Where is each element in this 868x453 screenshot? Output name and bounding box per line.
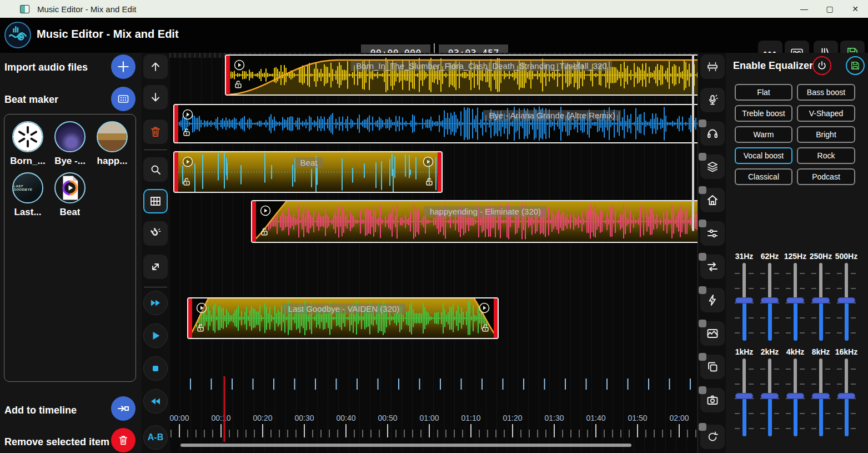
eq-slider-thumb[interactable] <box>786 297 804 303</box>
svg-text:02:00: 02:00 <box>669 414 689 422</box>
filters-button[interactable] <box>700 221 725 246</box>
save-preset-button[interactable] <box>846 56 865 75</box>
expand-button[interactable] <box>143 255 168 279</box>
wave-image-button[interactable] <box>700 321 725 346</box>
eq-slider-125hz[interactable] <box>784 263 806 341</box>
clip-lock-open-icon[interactable] <box>233 79 243 89</box>
timeline-area[interactable]: Born_In_The_Slumber_Flora_Cash_Death_Str… <box>169 53 698 453</box>
duplicate-button[interactable] <box>700 355 725 379</box>
preset-warm[interactable]: Warm <box>735 126 792 143</box>
fast-forward-button[interactable] <box>143 291 168 315</box>
eq-slider-thumb[interactable] <box>735 297 753 303</box>
eq-slider-2khz[interactable] <box>759 359 781 436</box>
clip-play-icon[interactable] <box>478 301 491 315</box>
refresh-button[interactable] <box>700 425 725 449</box>
home-button[interactable] <box>700 188 725 212</box>
clip-lock-open-icon[interactable] <box>480 323 490 333</box>
clip-right-handle[interactable] <box>494 298 498 338</box>
clip-left-handle[interactable] <box>174 105 178 142</box>
clip-left-handle[interactable] <box>226 56 230 94</box>
stop-button[interactable] <box>143 356 168 381</box>
play-button[interactable] <box>143 323 168 348</box>
add-to-timeline-button[interactable] <box>111 396 136 421</box>
eq-slider-thumb[interactable] <box>761 297 779 303</box>
close-button[interactable]: ✕ <box>842 0 868 18</box>
move-down-button[interactable] <box>143 85 168 109</box>
move-up-button[interactable] <box>143 54 168 79</box>
clip-left-handle[interactable] <box>188 298 192 338</box>
preset-podcast[interactable]: Podcast <box>797 168 855 185</box>
audio-clip[interactable]: happyending - Eliminate (320) <box>251 200 698 243</box>
preset-treble-boost[interactable]: Treble boost <box>735 105 792 122</box>
search-button[interactable] <box>143 157 168 182</box>
rewind-button[interactable] <box>143 389 168 414</box>
audio-list-item[interactable]: Born_... <box>7 121 49 167</box>
clip-left-handle[interactable] <box>252 201 256 242</box>
headphones-button[interactable] <box>700 121 725 146</box>
import-audio-button[interactable] <box>111 54 136 79</box>
clip-play-icon[interactable] <box>195 301 208 315</box>
maximize-button[interactable]: ▢ <box>817 0 842 18</box>
preset-bright[interactable]: Bright <box>797 126 855 143</box>
eq-slider-250hz[interactable] <box>810 263 832 341</box>
clip-play-icon[interactable] <box>233 58 246 72</box>
audio-list-item[interactable]: LAST GOODBYELast... <box>7 172 49 218</box>
camera-rotate-button[interactable] <box>700 388 725 412</box>
clip-lock-open-icon[interactable] <box>182 127 192 137</box>
horizontal-scrollbar[interactable] <box>180 444 631 447</box>
clip-lock-open-icon[interactable] <box>182 177 192 187</box>
timeline-ruler[interactable]: 00:0000:1000:2000:3000:4000:5001:0001:10… <box>169 375 698 445</box>
trim-button[interactable] <box>700 54 725 79</box>
preset-bass-boost[interactable]: Bass boost <box>797 84 855 101</box>
remove-selected-label: Remove selected item <box>4 436 109 448</box>
audio-clip[interactable]: Born_In_The_Slumber_Flora_Cash_Death_Str… <box>225 54 698 96</box>
eq-slider-thumb[interactable] <box>735 393 753 399</box>
preset-classical[interactable]: Classical <box>735 168 792 185</box>
preset-vocal-boost[interactable]: Vocal boost <box>735 147 792 164</box>
audio-clip[interactable]: Bye - Ariana Grande (Altre Remix) <box>173 104 698 143</box>
clip-play-icon[interactable] <box>181 155 194 168</box>
eq-slider-thumb[interactable] <box>837 393 855 399</box>
delete-button[interactable] <box>143 120 168 144</box>
clip-play-icon[interactable] <box>259 204 272 217</box>
eq-slider-thumb[interactable] <box>812 393 830 399</box>
equalizer-power-button[interactable] <box>812 56 831 75</box>
minimize-button[interactable]: — <box>791 0 817 18</box>
eq-slider-thumb[interactable] <box>786 393 804 399</box>
vertical-scrollbar[interactable] <box>692 54 694 231</box>
clip-lock-open-icon[interactable] <box>259 227 269 237</box>
beat-maker-button[interactable] <box>111 87 136 111</box>
audio-clip[interactable]: Beat <box>173 151 443 193</box>
eq-slider-16khz[interactable] <box>835 359 857 436</box>
preset-rock[interactable]: Rock <box>797 147 855 164</box>
grid-button[interactable] <box>143 189 168 213</box>
ab-loop-button[interactable]: A-B <box>143 425 168 450</box>
layers-button[interactable] <box>700 155 725 179</box>
eq-slider-thumb[interactable] <box>812 297 830 303</box>
flash-button[interactable] <box>700 288 725 312</box>
clip-play-icon[interactable] <box>181 108 194 121</box>
swap-button[interactable] <box>700 255 725 279</box>
eq-slider-62hz[interactable] <box>759 263 781 341</box>
audio-list-item[interactable]: Beat <box>49 172 91 218</box>
eq-slider-4khz[interactable] <box>784 359 806 436</box>
clip-play-icon[interactable] <box>422 155 435 168</box>
audio-list-item[interactable]: happ... <box>91 121 133 167</box>
eq-slider-1khz[interactable] <box>733 359 755 436</box>
clip-lock-open-icon[interactable] <box>424 177 434 187</box>
clip-lock-open-icon[interactable] <box>195 323 205 333</box>
audio-clip[interactable]: Last Goodbye - VAIDEN (320) <box>187 297 499 339</box>
clip-right-handle[interactable] <box>438 152 441 192</box>
preset-v-shaped[interactable]: V-Shaped <box>797 105 855 122</box>
eq-slider-31hz[interactable] <box>733 263 755 341</box>
remove-selected-button[interactable] <box>111 428 136 452</box>
clip-left-handle[interactable] <box>174 152 178 192</box>
eq-slider-thumb[interactable] <box>761 393 779 399</box>
magnet-button[interactable] <box>143 221 168 246</box>
eq-slider-8khz[interactable] <box>810 359 832 436</box>
autotune-mic-button[interactable] <box>700 88 725 112</box>
preset-flat[interactable]: Flat <box>735 84 792 101</box>
audio-list-item[interactable]: Bye -... <box>49 121 91 167</box>
eq-slider-thumb[interactable] <box>837 297 855 303</box>
eq-slider-500hz[interactable] <box>835 263 857 341</box>
